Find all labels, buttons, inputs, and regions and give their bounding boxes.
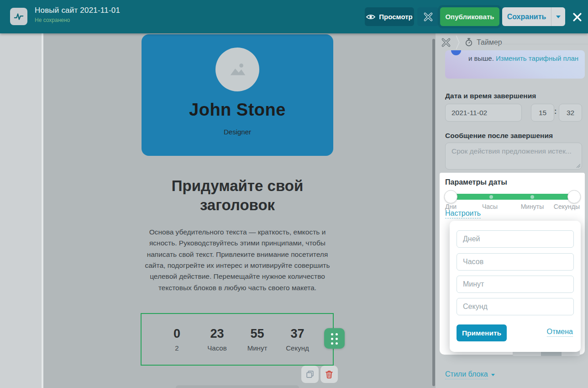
settings-panel: Таймер и выше. Изменить тарифный план Да… — [436, 33, 588, 388]
edit-tools-button[interactable] — [417, 7, 439, 26]
next-block-edge — [176, 385, 299, 388]
block-styles-label: Стили блока — [445, 370, 488, 379]
end-date-input[interactable] — [445, 104, 522, 122]
timer-unit-label: Минут — [237, 344, 278, 352]
save-status: Не сохранено — [35, 17, 70, 23]
end-hour-input[interactable] — [531, 104, 554, 122]
avatar — [215, 48, 259, 91]
days-input[interactable] — [457, 230, 574, 248]
copy-icon — [305, 370, 315, 379]
app-logo[interactable] — [10, 8, 27, 25]
slider-tick-minutes — [530, 195, 534, 199]
blocks-sidebar — [0, 33, 42, 388]
edit-breadcrumb-button[interactable] — [441, 37, 451, 48]
configure-popup: Применить Отмена — [450, 221, 581, 352]
slider-handle-right[interactable] — [567, 190, 581, 203]
timer-value: 0 — [157, 327, 197, 341]
message-section-label: Сообщение после завершения — [445, 132, 553, 140]
crossed-pencils-icon — [423, 12, 433, 22]
apply-button[interactable]: Применить — [457, 324, 507, 341]
timer-value: 23 — [197, 327, 237, 341]
timer-value: 37 — [278, 327, 318, 341]
slider-label-minutes: Минуты — [521, 203, 544, 210]
caret-down-icon — [491, 374, 495, 376]
timer-unit-label: 2 — [157, 344, 197, 352]
datetime-section-label: Дата и время завершения — [445, 92, 536, 100]
timer-unit-label: Часов — [197, 344, 237, 352]
save-split-button[interactable]: Сохранить — [502, 7, 565, 26]
publish-button[interactable]: Опубликовать — [440, 7, 499, 26]
publish-button-label: Опубликовать — [445, 13, 494, 21]
preview-button-label: Просмотр — [379, 13, 412, 21]
save-button-label: Сохранить — [502, 13, 551, 21]
timer-value: 55 — [237, 327, 278, 341]
panel-scrollbar-thumb[interactable] — [432, 39, 435, 386]
slider-label-hours: Часы — [482, 203, 498, 210]
end-message-textarea[interactable] — [445, 143, 582, 170]
hours-input[interactable] — [457, 253, 574, 271]
trash-icon — [325, 370, 334, 379]
card-role: Designer — [142, 128, 333, 136]
tariff-notice-prefix: и выше. — [468, 54, 494, 62]
date-units-slider[interactable] — [445, 194, 580, 200]
change-tariff-link[interactable]: Изменить тарифный план — [496, 54, 578, 62]
close-editor-button[interactable] — [570, 10, 584, 24]
duplicate-block-button[interactable] — [301, 366, 319, 383]
breadcrumb-rule — [493, 44, 588, 44]
app-window: Новый сайт 2021-11-01 Не сохранено Просм… — [0, 0, 588, 388]
body-paragraph[interactable]: Основа убедительного текста — краткость,… — [141, 227, 334, 293]
delete-block-button[interactable] — [320, 366, 338, 383]
preview-button[interactable]: Просмотр — [365, 7, 414, 26]
textarea-resize-handle[interactable] — [576, 164, 581, 168]
time-colon: : — [554, 107, 556, 116]
block-drag-handle[interactable] — [324, 328, 345, 349]
top-header-bar: Новый сайт 2021-11-01 Не сохранено Просм… — [0, 0, 588, 33]
caret-down-icon — [556, 16, 561, 18]
stopwatch-icon — [465, 37, 473, 47]
drag-handle-icon — [331, 333, 333, 335]
page-title[interactable]: Придумайте свой заголовок — [137, 176, 338, 215]
tariff-notice-text: и выше. Изменить тарифный план — [468, 53, 580, 64]
cancel-link[interactable]: Отмена — [547, 328, 573, 337]
timer-block-selected[interactable]: 0 2 23 Часов 55 Минут 37 Секунд — [141, 313, 334, 366]
chevron-separator-icon — [456, 35, 460, 50]
date-params-title: Параметры даты — [445, 178, 507, 186]
end-minute-input[interactable] — [559, 104, 582, 122]
sidebar-divider — [42, 33, 43, 388]
timer-unit-hours: 23 Часов — [197, 327, 237, 352]
slider-label-seconds: Секунды — [554, 203, 580, 210]
timer-unit-label: Секунд — [278, 344, 318, 352]
timer-unit-days: 0 2 — [157, 327, 197, 352]
site-title: Новый сайт 2021-11-01 — [35, 6, 120, 15]
save-dropdown-toggle[interactable] — [551, 16, 565, 18]
slider-tick-hours — [489, 195, 493, 199]
slider-handle-left[interactable] — [444, 190, 457, 203]
minutes-input[interactable] — [457, 276, 574, 293]
info-badge-icon — [451, 50, 461, 55]
image-placeholder-icon — [227, 59, 248, 80]
tariff-notice: и выше. Изменить тарифный план — [445, 50, 585, 79]
crossed-pencils-icon — [441, 37, 451, 48]
breadcrumb: Таймер — [477, 38, 502, 47]
block-styles-toggle[interactable]: Стили блока — [445, 370, 495, 379]
seconds-input[interactable] — [457, 298, 574, 315]
close-icon — [572, 12, 582, 22]
configure-link[interactable]: Настроить — [445, 209, 481, 218]
profile-card-block[interactable]: John Stone Designer — [142, 34, 333, 156]
timer-unit-minutes: 55 Минут — [237, 327, 278, 352]
pulse-logo-icon — [13, 11, 24, 22]
eye-icon — [366, 14, 375, 20]
timer-unit-seconds: 37 Секунд — [278, 327, 318, 352]
card-name: John Stone — [142, 100, 333, 120]
